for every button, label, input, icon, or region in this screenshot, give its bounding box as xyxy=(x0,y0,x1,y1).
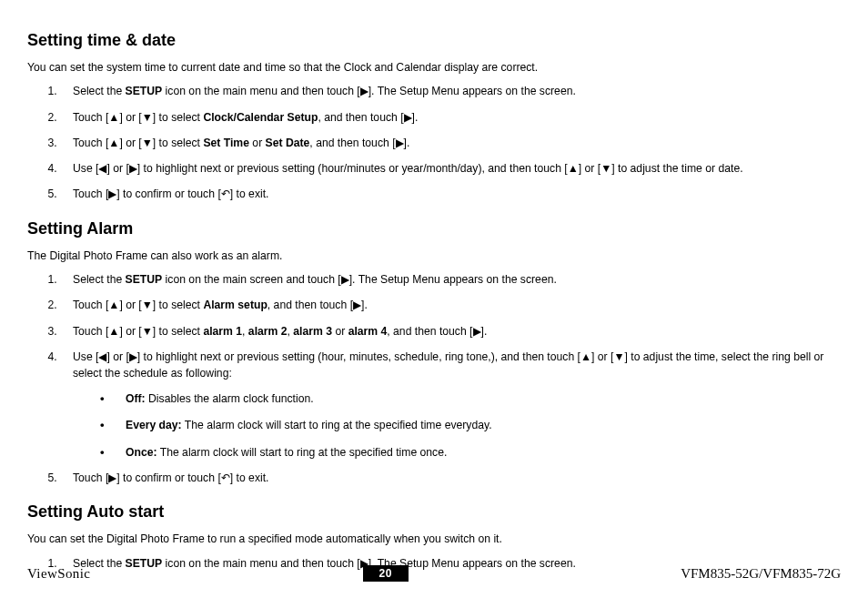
text: ] to select xyxy=(153,299,204,311)
page-footer: ViewSonic 20 VFM835-52G/VFM835-72G xyxy=(27,565,841,582)
down-icon: ▼ xyxy=(142,111,153,124)
heading-auto-start: Setting Auto start xyxy=(27,502,841,522)
text: ] to select xyxy=(153,137,204,149)
up-icon: ▲ xyxy=(108,111,119,124)
list-item: Every day: The alarm clock will start to… xyxy=(100,416,841,434)
step: Touch [▶] to confirm or touch [↶] to exi… xyxy=(60,470,841,486)
text: Use [ xyxy=(73,350,98,363)
right-icon: ▶ xyxy=(341,273,349,286)
text: or xyxy=(249,137,266,149)
text-bold: alarm 4 xyxy=(348,325,388,338)
down-icon: ▼ xyxy=(142,299,153,311)
text-bold: Off: xyxy=(126,392,146,405)
down-icon: ▼ xyxy=(142,325,153,338)
text-bold: Set Date xyxy=(266,137,310,149)
text-bold: Every day: xyxy=(126,419,182,431)
text-bold: Set Time xyxy=(203,137,249,149)
text: ] or [ xyxy=(119,111,141,124)
text: ]. xyxy=(412,111,419,124)
right-icon: ▶ xyxy=(353,299,361,311)
text: ] to confirm or touch [ xyxy=(116,471,220,484)
up-icon: ▲ xyxy=(580,350,591,363)
step: Select the SETUP icon on the main menu a… xyxy=(60,83,841,99)
step: Select the SETUP icon on the main screen… xyxy=(60,271,841,288)
section-alarm: Setting Alarm The Digital Photo Frame ca… xyxy=(27,219,841,487)
text: ] to highlight next or previous setting … xyxy=(137,350,580,363)
text-bold: SETUP xyxy=(126,85,163,97)
step: Use [◀] or [▶] to highlight next or prev… xyxy=(60,160,841,177)
text: ] or [ xyxy=(106,350,128,363)
text: , and then touch [ xyxy=(318,111,403,124)
heading-time-date: Setting time & date xyxy=(27,31,841,50)
text-bold: Alarm setup xyxy=(203,299,267,311)
right-icon: ▶ xyxy=(360,85,368,97)
text: ] or [ xyxy=(579,162,601,175)
text: ] or [ xyxy=(591,350,613,363)
text: Use [ xyxy=(73,162,98,175)
footer-brand: ViewSonic xyxy=(27,566,90,582)
heading-alarm: Setting Alarm xyxy=(27,219,841,238)
text-bold: alarm 1 xyxy=(203,325,242,338)
text-bold: SETUP xyxy=(126,273,163,286)
intro-auto-start: You can set the Digital Photo Frame to r… xyxy=(27,531,841,547)
text: , and then touch [ xyxy=(309,137,395,149)
step: Use [◀] or [▶] to highlight next or prev… xyxy=(60,349,841,461)
text: Disables the alarm clock function. xyxy=(146,392,314,405)
intro-time-date: You can set the system time to current d… xyxy=(27,59,841,76)
sub-options: Off: Disables the alarm clock function. … xyxy=(100,390,841,461)
text-bold: Once: xyxy=(126,446,157,459)
up-icon: ▲ xyxy=(108,299,119,311)
up-icon: ▲ xyxy=(568,162,579,175)
down-icon: ▼ xyxy=(142,137,153,149)
text: , xyxy=(242,325,248,338)
text: ] to adjust the time or date. xyxy=(611,162,742,175)
steps-time-date: Select the SETUP icon on the main menu a… xyxy=(27,83,841,202)
up-icon: ▲ xyxy=(108,325,119,338)
text: The alarm clock will start to ring at th… xyxy=(157,446,448,459)
step: Touch [▲] or [▼] to select Alarm setup, … xyxy=(60,297,841,313)
manual-page: Setting time & date You can set the syst… xyxy=(0,0,868,598)
text-bold: Clock/Calendar Setup xyxy=(203,111,318,124)
text: Touch [ xyxy=(73,137,108,149)
text: ] to confirm or touch [ xyxy=(116,188,220,200)
section-time-date: Setting time & date You can set the syst… xyxy=(27,31,841,203)
text: , and then touch [ xyxy=(267,299,353,311)
text: Touch [ xyxy=(73,471,108,484)
text: ] or [ xyxy=(119,325,141,338)
right-icon: ▶ xyxy=(108,188,116,200)
right-icon: ▶ xyxy=(129,350,137,363)
text: ]. xyxy=(361,299,368,311)
list-item: Once: The alarm clock will start to ring… xyxy=(100,443,841,461)
text-bold: alarm 2 xyxy=(248,325,288,338)
text: ] to exit. xyxy=(230,471,269,484)
intro-alarm: The Digital Photo Frame can also work as… xyxy=(27,248,841,264)
steps-alarm: Select the SETUP icon on the main screen… xyxy=(27,271,841,486)
text: ]. The Setup Menu appears on the screen. xyxy=(368,85,576,97)
text: ]. xyxy=(404,137,410,149)
text: Touch [ xyxy=(73,299,108,311)
step: Touch [▶] to confirm or touch [↶] to exi… xyxy=(60,186,841,202)
text: , and then touch [ xyxy=(387,325,472,338)
step: Touch [▲] or [▼] to select alarm 1, alar… xyxy=(60,323,841,340)
text: ] to exit. xyxy=(230,188,269,200)
text: ] to highlight next or previous setting … xyxy=(137,162,568,175)
down-icon: ▼ xyxy=(601,162,611,175)
text: Select the xyxy=(73,273,126,286)
footer-page-number: 20 xyxy=(363,565,409,582)
back-icon: ↶ xyxy=(221,471,230,484)
text: ]. xyxy=(481,325,488,338)
right-icon: ▶ xyxy=(108,471,116,484)
step: Touch [▲] or [▼] to select Set Time or S… xyxy=(60,135,841,151)
down-icon: ▼ xyxy=(613,350,624,363)
text: The alarm clock will start to ring at th… xyxy=(182,419,492,431)
text: Select the xyxy=(73,85,126,97)
text: ] or [ xyxy=(106,162,128,175)
text: or xyxy=(332,325,348,338)
back-icon: ↶ xyxy=(221,188,230,200)
step: Touch [▲] or [▼] to select Clock/Calenda… xyxy=(60,109,841,126)
footer-model: VFM835-52G/VFM835-72G xyxy=(681,566,841,582)
right-icon: ▶ xyxy=(129,162,137,175)
right-icon: ▶ xyxy=(396,137,404,149)
text: Touch [ xyxy=(73,188,108,200)
right-icon: ▶ xyxy=(473,325,481,338)
